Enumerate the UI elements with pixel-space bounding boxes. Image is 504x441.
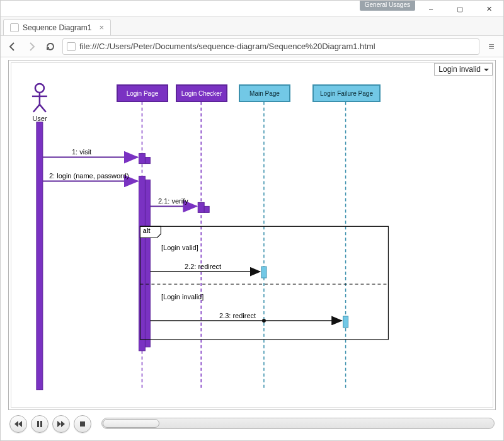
reload-icon	[45, 42, 55, 52]
browser-menu-button[interactable]: ≡	[484, 40, 498, 54]
alt-operator-label: alt	[143, 227, 151, 234]
lifeline-label: Login Checker	[181, 90, 222, 97]
svg-rect-28	[40, 421, 42, 427]
forward-play-button[interactable]	[52, 415, 70, 433]
fast-forward-icon	[57, 420, 66, 428]
close-button[interactable]: ✕	[474, 1, 503, 17]
activation-bars	[37, 122, 348, 390]
back-button[interactable]	[6, 40, 20, 54]
tab-strip: Sequence Diagram1 ×	[1, 17, 503, 36]
svg-rect-10	[37, 122, 43, 390]
svg-rect-16	[204, 206, 209, 212]
diagram-panel-inner: Login invalid	[11, 62, 493, 408]
tab-favicon-icon	[10, 23, 19, 32]
minimize-icon: –	[429, 5, 433, 13]
titlebar: General Usages – ▢ ✕	[1, 1, 503, 17]
actor-label: User	[30, 113, 49, 122]
message-login-label: 2: login (name, password)	[49, 172, 129, 180]
close-icon: ✕	[486, 5, 492, 13]
lifeline-label: Login Failure Page	[320, 90, 373, 97]
svg-rect-14	[145, 180, 150, 347]
rewind-button[interactable]	[9, 415, 27, 433]
svg-rect-15	[198, 202, 204, 212]
url-field[interactable]: file:///C:/Users/Peter/Documents/sequenc…	[62, 38, 479, 55]
page-viewport: Login invalid	[1, 57, 503, 440]
playback-slider[interactable]	[101, 418, 495, 429]
lifeline-main-page[interactable]: Main Page	[239, 84, 290, 102]
playback-controls	[9, 415, 91, 433]
actor-icon	[32, 84, 47, 112]
message-redirect1-label: 2.2: redirect	[185, 263, 221, 270]
lifeline-login-failure[interactable]: Login Failure Page	[312, 84, 381, 102]
svg-point-0	[35, 84, 44, 93]
url-text: file:///C:/Users/Peter/Documents/sequenc…	[79, 42, 375, 51]
guard-valid-label: [Login valid]	[161, 244, 198, 251]
forward-button[interactable]	[25, 40, 38, 54]
stop-button[interactable]	[74, 415, 91, 433]
message-verify-label: 2.1: verify	[158, 197, 188, 205]
maximize-icon: ▢	[457, 5, 463, 13]
svg-rect-29	[80, 421, 85, 427]
diagram-panel: Login invalid	[8, 60, 496, 410]
maximize-button[interactable]: ▢	[445, 1, 474, 17]
svg-rect-18	[343, 316, 348, 328]
file-icon	[67, 42, 76, 51]
message-redirect2-label: 2.3: redirect	[219, 312, 256, 319]
pause-icon	[35, 420, 44, 428]
window-buttons: – ▢ ✕	[416, 1, 503, 17]
lifeline-login-page[interactable]: Login Page	[117, 84, 168, 102]
hamburger-icon: ≡	[488, 41, 494, 52]
svg-rect-12	[145, 158, 150, 164]
arrow-right-icon	[26, 42, 37, 52]
svg-line-4	[40, 105, 46, 112]
pause-button[interactable]	[31, 415, 49, 433]
playback-slider-thumb[interactable]	[103, 419, 159, 428]
lifeline-label: Main Page	[249, 90, 280, 97]
address-bar: file:///C:/Users/Peter/Documents/sequenc…	[1, 36, 503, 57]
arrow-left-icon	[8, 42, 18, 52]
lifeline-login-checker[interactable]: Login Checker	[176, 84, 227, 102]
actor-name: User	[30, 115, 49, 122]
lifeline-label: Login Page	[127, 90, 159, 97]
rewind-icon	[14, 420, 23, 428]
tab-title: Sequence Diagram1	[23, 23, 91, 32]
browser-tab[interactable]: Sequence Diagram1 ×	[3, 19, 111, 35]
stop-icon	[78, 420, 87, 428]
guard-invalid-label: [Login invalid]	[161, 293, 203, 301]
reload-button[interactable]	[43, 40, 57, 54]
svg-rect-11	[139, 154, 145, 164]
minimize-button[interactable]: –	[416, 1, 445, 17]
svg-rect-17	[261, 266, 266, 278]
general-usages-tag: General Usages	[360, 1, 415, 11]
svg-point-24	[262, 319, 266, 323]
svg-line-3	[33, 105, 40, 112]
browser-window: General Usages – ▢ ✕ Sequence Diagram1 ×…	[0, 0, 504, 441]
message-visit-label: 1: visit	[72, 148, 91, 156]
svg-rect-27	[37, 421, 39, 427]
lifelines-group-cyan	[264, 102, 346, 390]
sequence-diagram	[11, 63, 493, 415]
tab-close-icon[interactable]: ×	[99, 23, 104, 32]
